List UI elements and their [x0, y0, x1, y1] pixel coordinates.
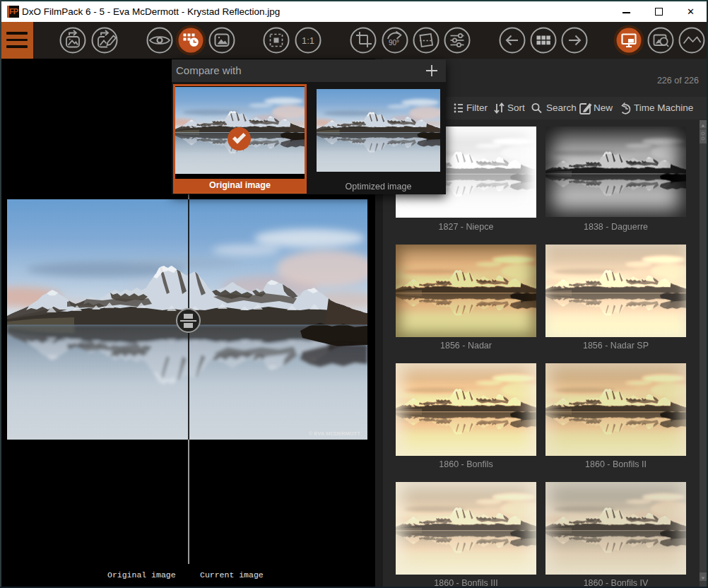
svg-text:90°: 90° — [389, 39, 399, 47]
svg-text:© EVA MCDERMOTT: © EVA MCDERMOTT — [309, 430, 360, 437]
svg-text:1:1: 1:1 — [302, 35, 314, 46]
